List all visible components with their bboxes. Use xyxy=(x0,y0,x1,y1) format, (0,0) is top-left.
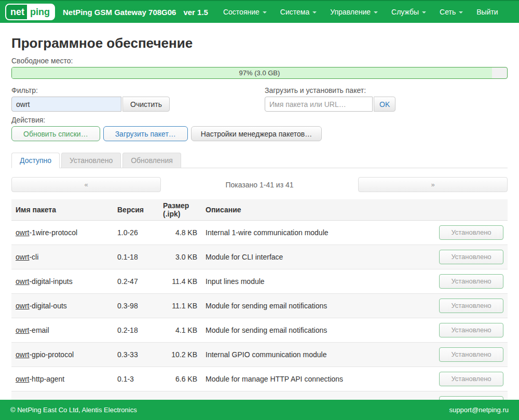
install-label: Загрузить и установить пакет: xyxy=(265,86,508,94)
package-version: 0.2-18 xyxy=(113,318,159,342)
page-title: Программное обеспечение xyxy=(11,35,508,51)
page-content: Программное обеспечение Свободное место:… xyxy=(0,35,519,416)
table-row: owrt-digital-outs 0.3-98 11.1 KB Module … xyxy=(11,293,508,318)
chevron-down-icon xyxy=(422,11,426,13)
package-version: 0.3-33 xyxy=(113,342,159,367)
menu-item-system[interactable]: Система xyxy=(274,5,323,19)
package-version: 0.1-18 xyxy=(113,245,159,269)
table-row: owrt-digital-inputs 0.2-47 11.4 KB Input… xyxy=(11,269,508,293)
logo-net-segment: net xyxy=(6,5,28,19)
footer-bar: © NetPing East Co Ltd, Alentis Electroni… xyxy=(0,400,519,420)
package-size: 10.2 KB xyxy=(159,342,201,367)
package-size: 4.1 KB xyxy=(159,318,201,342)
column-header-action xyxy=(434,199,508,220)
install-ok-button[interactable]: OK xyxy=(374,97,395,112)
support-email: support@netping.ru xyxy=(449,406,509,414)
package-size: 11.4 KB xyxy=(159,269,201,293)
update-lists-button[interactable]: Обновить списки… xyxy=(11,126,100,141)
menu-item-services[interactable]: Службы xyxy=(385,5,433,19)
package-description: Module for CLI interface xyxy=(201,245,434,269)
prev-page-button[interactable]: « xyxy=(11,177,161,192)
filter-section: Фильтр: Очистить xyxy=(11,82,265,112)
free-space-value: 97% (3.0 GB) xyxy=(12,67,507,78)
menu-item-management[interactable]: Управление xyxy=(323,5,385,19)
package-size: 11.1 KB xyxy=(159,293,201,318)
package-version: 0.1-3 xyxy=(113,367,159,391)
table-row: owrt-1wire-protocol 1.0-26 4.8 KB Intern… xyxy=(11,220,508,245)
pagination: « Показано 1-41 из 41 » xyxy=(11,177,508,192)
chevron-down-icon xyxy=(459,11,463,13)
chevron-down-icon xyxy=(312,11,317,13)
copyright-text: © NetPing East Co Ltd, Alentis Electroni… xyxy=(10,406,137,414)
menu-item-network[interactable]: Сеть xyxy=(433,5,470,19)
package-name: owrt-email xyxy=(11,318,113,342)
device-title: NetPing GSM Gateway 708G06ver 1.5 xyxy=(63,8,208,17)
actions-label: Действия: xyxy=(11,116,508,124)
package-status-button[interactable]: Установлено xyxy=(439,299,503,313)
package-tabs: Доступно Установлено Обновления xyxy=(11,153,508,168)
netping-logo: net ping xyxy=(5,4,55,20)
package-description: Internal GPIO communication module xyxy=(201,342,434,367)
top-navigation-bar: net ping NetPing GSM Gateway 708G06ver 1… xyxy=(0,0,519,23)
package-name: owrt-gpio-protocol xyxy=(11,342,113,367)
tab-available[interactable]: Доступно xyxy=(11,153,60,168)
actions-bar: Обновить списки… Загрузить пакет… Настро… xyxy=(11,126,508,141)
tab-installed[interactable]: Установлено xyxy=(61,153,121,168)
package-status-button[interactable]: Установлено xyxy=(439,274,503,289)
clear-filter-button[interactable]: Очистить xyxy=(122,97,170,112)
package-name: owrt-digital-inputs xyxy=(11,269,113,293)
package-manager-settings-button[interactable]: Настройки менеджера пакетов… xyxy=(191,126,322,141)
table-row: owrt-gpio-protocol 0.3-33 10.2 KB Intern… xyxy=(11,342,508,367)
table-header-row: Имя пакета Версия Размер (.ipk) Описание xyxy=(11,199,508,220)
firmware-version: ver 1.5 xyxy=(183,8,208,17)
package-size: 6.6 KB xyxy=(159,367,201,391)
filter-input[interactable] xyxy=(11,97,121,112)
logo-ping-segment: ping xyxy=(28,5,54,19)
package-name: owrt-digital-outs xyxy=(11,293,113,318)
filter-label: Фильтр: xyxy=(11,86,265,94)
package-status-button[interactable]: Установлено xyxy=(439,372,503,386)
package-url-input[interactable] xyxy=(265,97,373,112)
free-space-label: Свободное место: xyxy=(11,57,508,65)
column-header-version: Версия xyxy=(113,199,159,220)
next-page-button[interactable]: » xyxy=(358,177,508,192)
filter-input-group: Очистить xyxy=(11,97,265,112)
table-row: owrt-http-agent 0.1-3 6.6 KB Module for … xyxy=(11,367,508,391)
package-status-button[interactable]: Установлено xyxy=(439,250,503,264)
table-row: owrt-cli 0.1-18 3.0 KB Module for CLI in… xyxy=(11,245,508,269)
chevron-down-icon xyxy=(374,11,378,13)
column-header-description: Описание xyxy=(201,199,434,220)
package-description: Module for sending email notifications xyxy=(201,293,434,318)
column-header-name: Имя пакета xyxy=(11,199,113,220)
package-name: owrt-cli xyxy=(11,245,113,269)
pagination-status: Показано 1-41 из 41 xyxy=(161,181,358,189)
install-section: Загрузить и установить пакет: OK xyxy=(265,82,508,112)
chevron-down-icon xyxy=(263,11,267,13)
package-description: Input lines module xyxy=(201,269,434,293)
package-size: 3.0 KB xyxy=(159,245,201,269)
package-version: 1.0-26 xyxy=(113,220,159,245)
controls-row: Фильтр: Очистить Загрузить и установить … xyxy=(11,82,508,112)
menu-item-logout[interactable]: Выйти xyxy=(470,5,504,19)
main-menu: Состояние Система Управление Службы Сеть… xyxy=(216,5,505,19)
package-name: owrt-http-agent xyxy=(11,367,113,391)
package-name: owrt-1wire-protocol xyxy=(11,220,113,245)
package-description: Internal 1-wire communication module xyxy=(201,220,434,245)
device-model: NetPing GSM Gateway 708G06 xyxy=(63,8,176,17)
column-header-size: Размер (.ipk) xyxy=(159,199,201,220)
package-status-button[interactable]: Установлено xyxy=(439,225,503,240)
package-version: 0.3-98 xyxy=(113,293,159,318)
package-description: Module for manage HTTP API connections xyxy=(201,367,434,391)
menu-item-status[interactable]: Состояние xyxy=(216,5,274,19)
tab-updates[interactable]: Обновления xyxy=(122,153,181,168)
package-status-button[interactable]: Установлено xyxy=(439,347,503,362)
package-status-button[interactable]: Установлено xyxy=(439,323,503,337)
package-size: 4.8 KB xyxy=(159,220,201,245)
table-row: owrt-email 0.2-18 4.1 KB Module for send… xyxy=(11,318,508,342)
upload-package-button[interactable]: Загрузить пакет… xyxy=(103,126,188,141)
free-space-progress-bar: 97% (3.0 GB) xyxy=(11,67,508,79)
package-version: 0.2-47 xyxy=(113,269,159,293)
package-description: Module for sending email notifications xyxy=(201,318,434,342)
install-input-group: OK xyxy=(265,97,508,112)
packages-table: Имя пакета Версия Размер (.ipk) Описание… xyxy=(11,199,508,416)
